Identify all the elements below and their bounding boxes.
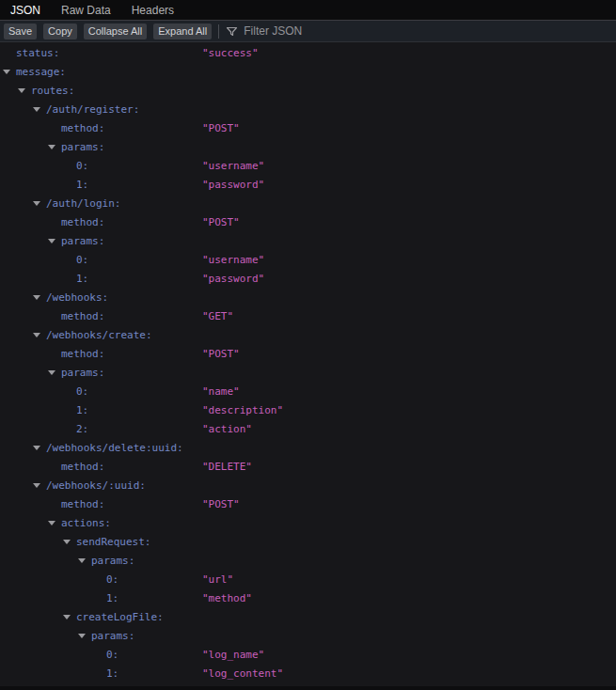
twisty-collapse-icon[interactable] (63, 540, 71, 544)
twisty-collapse-icon[interactable] (33, 446, 40, 450)
json-key: method: (61, 348, 104, 360)
json-key: 0: (76, 160, 88, 172)
json-key: params: (91, 630, 134, 642)
json-value: "success" (202, 44, 259, 63)
twisty-collapse-icon[interactable] (48, 239, 55, 243)
tree-row[interactable]: 0:"username" (0, 251, 616, 270)
json-key: /webhooks/create: (46, 329, 152, 341)
twisty-collapse-icon[interactable] (48, 370, 55, 375)
json-key: params: (61, 367, 104, 379)
tree-row[interactable]: 2:"action" (0, 420, 616, 439)
tree-row[interactable]: params: (0, 552, 616, 571)
tree-row[interactable]: method:"POST" (0, 213, 616, 232)
json-value: "POST" (202, 495, 240, 514)
tree-row[interactable]: params: (0, 627, 616, 646)
copy-button[interactable]: Copy (43, 24, 77, 39)
json-key: method: (61, 461, 104, 473)
json-key: status: (16, 47, 59, 59)
tree-row[interactable]: /auth/register: (0, 101, 616, 119)
json-value: "username" (202, 251, 264, 270)
json-key: 1: (76, 273, 88, 285)
twisty-collapse-icon[interactable] (48, 521, 55, 525)
tree-row[interactable]: /webhooks/delete:uuid: (0, 439, 616, 458)
tree-row[interactable]: method:"POST" (0, 119, 616, 138)
json-value: "password" (202, 176, 264, 195)
tab-headers[interactable]: Headers (121, 0, 184, 20)
json-value: "POST" (202, 345, 240, 364)
twisty-collapse-icon[interactable] (33, 333, 40, 337)
json-key: 0: (76, 385, 88, 398)
tree-row[interactable]: createLogFile: (0, 608, 616, 627)
twisty-collapse-icon[interactable] (33, 483, 40, 488)
json-key: message: (16, 66, 66, 78)
tree-row[interactable]: status:"success" (0, 44, 616, 63)
json-value: "url" (202, 571, 233, 589)
tree-row[interactable]: actions: (0, 514, 616, 533)
tree-row[interactable]: method:"POST" (0, 345, 616, 364)
twisty-collapse-icon[interactable] (33, 201, 40, 206)
json-tree: status:"success"message:routes:/auth/reg… (0, 42, 616, 683)
tree-row[interactable]: 1:"password" (0, 270, 616, 289)
tree-row[interactable]: /auth/login: (0, 195, 616, 213)
tree-row[interactable]: sendRequest: (0, 533, 616, 552)
tree-row[interactable]: 0:"username" (0, 157, 616, 176)
json-key: 2: (76, 423, 88, 435)
json-key: method: (61, 310, 104, 322)
filter-box (226, 24, 616, 38)
json-value: "description" (202, 401, 283, 420)
tree-row[interactable]: 0:"url" (0, 571, 616, 589)
twisty-collapse-icon[interactable] (18, 88, 25, 93)
tree-row[interactable]: 0:"log_name" (0, 646, 616, 665)
twisty-collapse-icon[interactable] (63, 615, 71, 619)
tab-json[interactable]: JSON (0, 0, 51, 20)
json-value: "action" (202, 420, 252, 439)
json-key: /auth/login: (46, 197, 120, 210)
tree-row[interactable]: params: (0, 138, 616, 157)
save-button[interactable]: Save (4, 24, 37, 39)
twisty-collapse-icon[interactable] (78, 634, 86, 638)
json-key: actions: (61, 517, 111, 529)
twisty-collapse-icon[interactable] (33, 107, 40, 112)
expand-all-button[interactable]: Expand All (153, 24, 212, 39)
tree-row[interactable]: method:"GET" (0, 307, 616, 326)
twisty-collapse-icon[interactable] (3, 70, 10, 74)
tab-raw-data[interactable]: Raw Data (51, 0, 121, 20)
filter-json-input[interactable] (244, 24, 616, 38)
json-key: 1: (76, 404, 88, 416)
json-key: sendRequest: (76, 536, 150, 548)
viewer-tab-bar: JSON Raw Data Headers (0, 0, 616, 21)
tree-row[interactable]: routes: (0, 82, 616, 101)
json-key: 1: (106, 592, 118, 604)
json-value: "log_name" (202, 646, 264, 665)
tree-row[interactable]: /webhooks: (0, 289, 616, 307)
json-key: 1: (76, 179, 88, 191)
tree-row[interactable]: method:"DELETE" (0, 458, 616, 477)
tree-row[interactable]: /webhooks/:uuid: (0, 477, 616, 495)
twisty-collapse-icon[interactable] (33, 295, 40, 300)
tree-row[interactable]: method:"POST" (0, 495, 616, 514)
twisty-collapse-icon[interactable] (48, 145, 55, 149)
tree-row[interactable]: params: (0, 364, 616, 383)
json-key: method: (61, 498, 104, 510)
json-value: "password" (202, 270, 264, 289)
toolbar-divider (218, 24, 219, 39)
tree-row[interactable]: 1:"method" (0, 589, 616, 608)
tree-row[interactable]: 0:"name" (0, 383, 616, 401)
json-key: 0: (76, 254, 88, 266)
tree-row[interactable]: 1:"description" (0, 401, 616, 420)
json-value: "POST" (202, 119, 240, 138)
tree-row[interactable]: /webhooks/create: (0, 326, 616, 345)
tree-row[interactable]: 1:"password" (0, 176, 616, 195)
tree-row[interactable]: params: (0, 232, 616, 251)
collapse-all-button[interactable]: Collapse All (84, 24, 147, 39)
tree-row[interactable]: message: (0, 63, 616, 82)
tree-row[interactable]: 1:"log_content" (0, 665, 616, 683)
json-key: method: (61, 122, 104, 134)
filter-funnel-icon (226, 25, 238, 38)
json-key: routes: (31, 85, 74, 97)
json-key: 0: (106, 649, 118, 661)
json-key: params: (61, 235, 104, 247)
json-key: /auth/register: (46, 103, 139, 116)
json-key: /webhooks/delete:uuid: (46, 442, 183, 454)
twisty-collapse-icon[interactable] (78, 558, 86, 563)
